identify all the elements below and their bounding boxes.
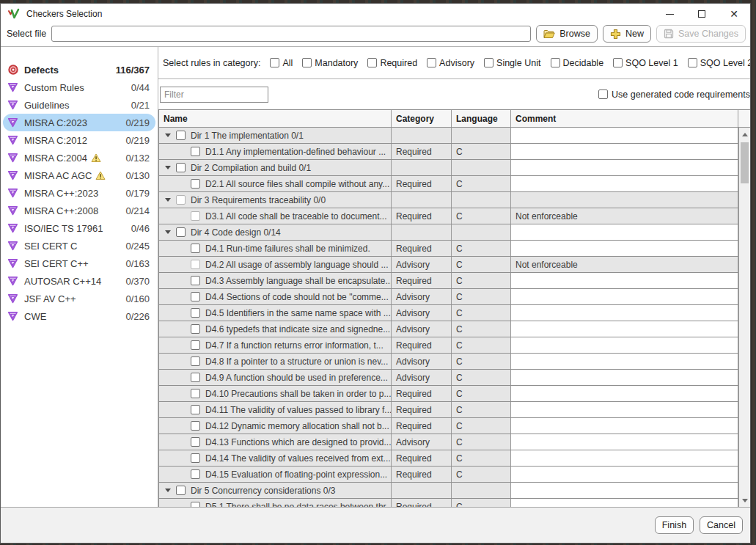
save-changes-button[interactable]: Save Changes xyxy=(656,25,746,43)
table-row-rule[interactable]: D4.5 Identifiers in the same name space … xyxy=(159,305,738,321)
table-row-rule[interactable]: D5.1 There shall be no data races betwee… xyxy=(159,499,738,507)
column-header-comment[interactable]: Comment xyxy=(511,110,738,127)
table-row-rule[interactable]: D4.6 typedefs that indicate size and sig… xyxy=(159,321,738,337)
sidebar-item-jsf-av-c-[interactable]: JSF AV C++0/160 xyxy=(3,290,155,307)
rule-checkbox[interactable] xyxy=(191,292,200,301)
table-row-rule[interactable]: D3.1 All code shall be traceable to docu… xyxy=(159,208,738,224)
comment-cell[interactable] xyxy=(511,224,738,240)
comment-cell[interactable] xyxy=(511,289,738,304)
rule-checkbox[interactable] xyxy=(191,276,200,285)
table-row-rule[interactable]: D4.8 If a pointer to a structure or unio… xyxy=(159,354,738,370)
rule-checkbox[interactable] xyxy=(191,179,200,189)
category-option-sqo-level-2[interactable]: SQO Level 2 xyxy=(688,58,750,68)
rule-checkbox[interactable] xyxy=(191,356,200,366)
rule-checkbox[interactable] xyxy=(176,195,186,205)
checkbox[interactable] xyxy=(302,58,312,67)
sidebar-item-misra-ac-agc[interactable]: MISRA AC AGC 0/130 xyxy=(3,167,155,184)
collapse-expander-icon[interactable] xyxy=(165,133,171,137)
category-option-sqo-level-1[interactable]: SQO Level 1 xyxy=(613,58,678,68)
comment-cell[interactable] xyxy=(511,305,738,321)
rule-checkbox[interactable] xyxy=(191,373,200,382)
sidebar-item-iso-iec-ts-17961[interactable]: ISO/IEC TS 179610/46 xyxy=(3,219,155,237)
column-header-category[interactable]: Category xyxy=(392,110,452,127)
category-option-required[interactable]: Required xyxy=(367,58,417,68)
table-row-rule[interactable]: D4.1 Run-time failures shall be minimize… xyxy=(159,241,738,257)
rule-checkbox[interactable] xyxy=(191,389,200,398)
sidebar-item-autosar-c-14[interactable]: AUTOSAR C++140/370 xyxy=(3,272,155,290)
minimize-button[interactable] xyxy=(653,4,686,24)
table-row-rule[interactable]: D4.12 Dynamic memory allocation shall no… xyxy=(159,418,738,434)
cancel-button[interactable]: Cancel xyxy=(700,516,743,534)
sidebar-item-misra-c-2004[interactable]: MISRA C:2004 0/132 xyxy=(3,149,155,167)
table-row-directory[interactable]: Dir 3 Requirements traceability 0/0 xyxy=(159,192,738,208)
comment-cell[interactable] xyxy=(511,450,738,466)
table-row-directory[interactable]: Dir 1 The implementation 0/1 xyxy=(159,128,738,144)
table-row-rule[interactable]: D4.4 Sections of code should not be "com… xyxy=(159,289,738,305)
comment-cell[interactable] xyxy=(511,241,738,256)
comment-cell[interactable]: Not enforceable xyxy=(511,257,738,272)
comment-cell[interactable] xyxy=(511,402,738,417)
rule-checkbox[interactable] xyxy=(191,260,200,269)
use-generated-option[interactable]: Use generated code requirements xyxy=(598,89,750,100)
rule-checkbox[interactable] xyxy=(191,469,200,479)
sidebar-item-sei-cert-c[interactable]: SEI CERT C0/245 xyxy=(3,237,155,255)
comment-cell[interactable] xyxy=(511,144,738,159)
comment-cell[interactable]: Not enforceable xyxy=(511,208,738,224)
table-row-rule[interactable]: D4.13 Functions which are designed to pr… xyxy=(159,434,738,450)
checkbox[interactable] xyxy=(613,58,623,67)
checkbox[interactable] xyxy=(484,58,493,67)
comment-cell[interactable] xyxy=(511,386,738,401)
comment-cell[interactable] xyxy=(511,467,738,482)
rule-checkbox[interactable] xyxy=(191,308,200,318)
sidebar-item-defects[interactable]: Defects116/367 xyxy=(3,61,155,78)
checkbox[interactable] xyxy=(367,58,377,67)
table-row-rule[interactable]: D4.2 All usage of assembly language shou… xyxy=(159,257,738,273)
rule-checkbox[interactable] xyxy=(191,211,200,221)
scrollbar-thumb[interactable] xyxy=(741,142,749,183)
rule-checkbox[interactable] xyxy=(191,502,200,507)
comment-cell[interactable] xyxy=(511,176,738,191)
new-button[interactable]: New xyxy=(603,25,651,43)
column-header-language[interactable]: Language xyxy=(452,110,511,127)
scrollbar-down-arrow-icon[interactable] xyxy=(739,495,750,505)
comment-cell[interactable] xyxy=(511,160,738,175)
sidebar-item-sei-cert-c-[interactable]: SEI CERT C++0/163 xyxy=(3,255,155,272)
table-row-rule[interactable]: D4.14 The validity of values received fr… xyxy=(159,450,738,467)
category-option-all[interactable]: All xyxy=(270,58,293,68)
close-button[interactable]: ✕ xyxy=(718,4,750,24)
sidebar-item-misra-c-2023[interactable]: MISRA C++:20230/179 xyxy=(3,184,155,202)
collapse-expander-icon[interactable] xyxy=(165,166,171,169)
table-row-directory[interactable]: Dir 2 Compilation and build 0/1 xyxy=(159,160,738,176)
comment-cell[interactable] xyxy=(511,418,738,434)
rule-checkbox[interactable] xyxy=(191,147,200,156)
rule-checkbox[interactable] xyxy=(176,131,186,140)
sidebar-item-custom-rules[interactable]: Custom Rules0/44 xyxy=(3,78,155,96)
sidebar-item-misra-c-2023[interactable]: MISRA C:20230/219 xyxy=(3,114,155,131)
column-header-name[interactable]: Name xyxy=(159,110,392,127)
comment-cell[interactable] xyxy=(511,273,738,288)
browse-button[interactable]: Browse xyxy=(536,25,598,43)
table-scrollbar[interactable] xyxy=(738,128,750,507)
select-file-input[interactable] xyxy=(51,26,531,42)
table-row-rule[interactable]: D4.10 Precautions shall be taken in orde… xyxy=(159,386,738,402)
table-row-rule[interactable]: D4.11 The validity of values passed to l… xyxy=(159,402,738,418)
table-row-rule[interactable]: D2.1 All source files shall compile with… xyxy=(159,176,738,192)
comment-cell[interactable] xyxy=(511,337,738,353)
category-option-single-unit[interactable]: Single Unit xyxy=(484,58,540,68)
rule-checkbox[interactable] xyxy=(191,421,200,431)
use-generated-checkbox[interactable] xyxy=(598,89,608,99)
comment-cell[interactable] xyxy=(511,128,738,143)
collapse-expander-icon[interactable] xyxy=(165,230,171,234)
sidebar-item-misra-c-2008[interactable]: MISRA C++:20080/214 xyxy=(3,202,155,219)
rule-checkbox[interactable] xyxy=(191,405,200,414)
comment-cell[interactable] xyxy=(511,483,738,498)
scrollbar-up-arrow-icon[interactable] xyxy=(739,129,750,139)
rule-checkbox[interactable] xyxy=(191,437,200,447)
comment-cell[interactable] xyxy=(511,321,738,337)
rule-checkbox[interactable] xyxy=(191,453,200,463)
sidebar-item-cwe[interactable]: CWE0/226 xyxy=(3,307,155,325)
finish-button[interactable]: Finish xyxy=(655,516,694,534)
collapse-expander-icon[interactable] xyxy=(165,489,171,492)
comment-cell[interactable] xyxy=(511,434,738,450)
rule-checkbox[interactable] xyxy=(191,324,200,334)
